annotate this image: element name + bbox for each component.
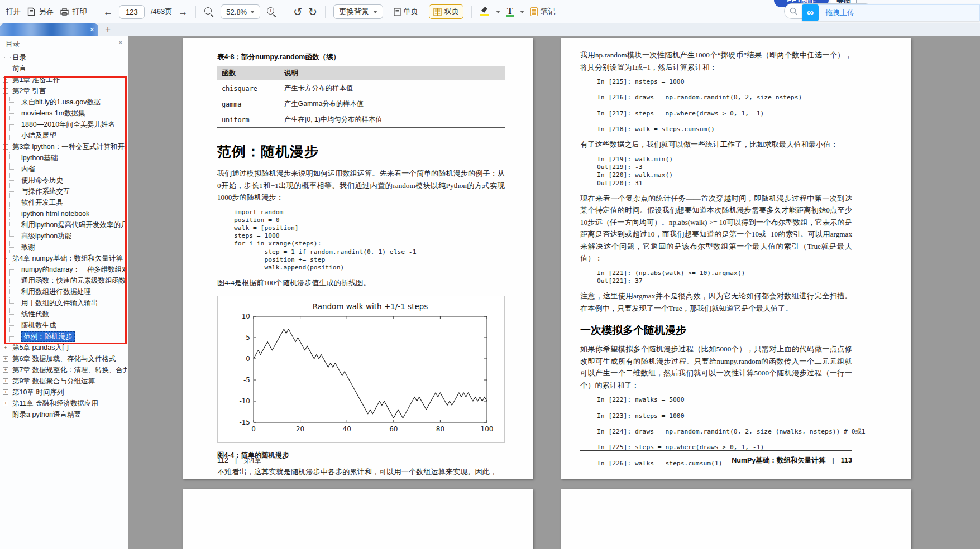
table-cell: chisquare: [217, 80, 280, 96]
new-tab-button[interactable]: ＋: [102, 23, 113, 36]
toc-item[interactable]: 内省: [0, 163, 128, 175]
footer-separator: |: [832, 456, 834, 464]
print-button[interactable]: 打印: [60, 7, 87, 17]
toc-item[interactable]: 用于数组的文件输入输出: [0, 297, 128, 309]
toc-item[interactable]: 利用数组进行数据处理: [0, 286, 128, 297]
svg-text:0: 0: [246, 355, 250, 363]
section-heading: 一次模拟多个随机漫步: [580, 323, 852, 338]
tree-collapse-icon[interactable]: −: [3, 144, 8, 150]
toc-item[interactable]: 致谢: [0, 242, 128, 253]
tree-collapse-icon[interactable]: −: [3, 256, 8, 261]
print-label: 打印: [72, 7, 87, 17]
toc-item[interactable]: +第9章 数据聚合与分组运算: [0, 375, 128, 387]
tree-expand-icon[interactable]: +: [3, 389, 8, 395]
toc-item[interactable]: +第7章 数据规整化：清理、转换、合并、重塑: [0, 364, 128, 375]
toc-item-label: movielens 1m数据集: [21, 108, 85, 119]
toc-item[interactable]: −第2章 引言: [0, 85, 128, 97]
baidu-netdisk-icon: ∞: [802, 4, 819, 21]
toc-item[interactable]: +第1章 准备工作: [0, 74, 128, 85]
svg-text:100: 100: [480, 425, 493, 433]
prev-page-button[interactable]: ←: [103, 7, 113, 17]
toc-item[interactable]: 软件开发工具: [0, 197, 128, 208]
chevron-down-icon[interactable]: [520, 11, 524, 13]
toc-item-label: 附录a python语言精要: [12, 409, 81, 420]
toc-item-label: ipython基础: [21, 152, 58, 163]
toc-item[interactable]: 高级ipython功能: [0, 230, 128, 242]
tree-expand-icon[interactable]: +: [3, 345, 8, 350]
toc-item[interactable]: 小结及展望: [0, 130, 128, 141]
toc-item-label: 第6章 数据加载、存储与文件格式: [12, 353, 116, 364]
paragraph: 注意，这里使用argmax并不是很高效，因为它无论如何都会对数组进行完全扫描。在…: [580, 290, 852, 314]
toc-item[interactable]: 前言: [0, 63, 128, 74]
toc-item[interactable]: 范例：随机漫步: [0, 331, 128, 342]
toc-item-label: 第10章 时间序列: [12, 387, 64, 398]
table-header: 说明: [280, 66, 505, 80]
netdisk-drag-upload-chip[interactable]: ∞ 拖拽上传: [802, 4, 980, 21]
toc-item-label: 第5章 pandas入门: [12, 342, 69, 353]
chevron-down-icon[interactable]: [496, 11, 500, 13]
toc-item[interactable]: +第11章 金融和经济数据应用: [0, 398, 128, 409]
tree-expand-icon[interactable]: +: [3, 356, 8, 362]
paragraph: 图4-4是根据前100个随机漫步值生成的折线图。: [217, 277, 505, 289]
zoom-in-icon[interactable]: +: [266, 7, 277, 17]
double-page-mode-button[interactable]: 双页: [429, 4, 463, 19]
notes-button[interactable]: 笔记: [530, 7, 556, 17]
toc-item[interactable]: 目录: [0, 52, 128, 63]
toc-item[interactable]: 线性代数: [0, 309, 128, 320]
save-icon: [27, 7, 36, 16]
document-tab[interactable]: ×: [0, 23, 98, 36]
toc-item[interactable]: 来自bit.ly的1.usa.gov数据: [0, 97, 128, 108]
toc-item-label: 致谢: [21, 242, 35, 253]
drag-upload-label: 拖拽上传: [819, 8, 861, 18]
tree-expand-icon[interactable]: +: [3, 367, 8, 373]
svg-text:20: 20: [295, 425, 304, 433]
document-tab-title-redacted: [0, 23, 98, 36]
toc-item[interactable]: ipython html notebook: [0, 208, 128, 219]
toc-item[interactable]: 使用命令历史: [0, 175, 128, 186]
tree-expand-icon[interactable]: +: [3, 401, 8, 406]
single-page-mode-button[interactable]: 单页: [389, 4, 423, 19]
toc-item[interactable]: 与操作系统交互: [0, 186, 128, 197]
divider: [195, 6, 196, 18]
close-icon[interactable]: ×: [118, 38, 123, 47]
book-page-next-right: [561, 489, 911, 549]
toc-item[interactable]: 随机数生成: [0, 320, 128, 331]
toc-item-label: 通用函数：快速的元素级数组函数: [21, 275, 126, 286]
zoom-level-select[interactable]: 52.8%: [221, 4, 260, 19]
toc-item-label: 第3章 ipython：一种交互式计算和开发环境: [12, 141, 127, 152]
highlighter-icon[interactable]: [480, 7, 490, 17]
table-cell: 产生Gamma分布的样本值: [280, 96, 505, 112]
tree-collapse-icon[interactable]: −: [3, 88, 8, 94]
paragraph: 现在来看一个复杂点的统计任务——首次穿越时间，即随机漫步过程中第一次到达某个特定…: [580, 192, 852, 264]
svg-text:5: 5: [246, 334, 250, 341]
toc-item[interactable]: −第3章 ipython：一种交互式计算和开发环境: [0, 141, 128, 152]
toc-item[interactable]: +第10章 时间序列: [0, 387, 128, 398]
page-number-input[interactable]: [119, 5, 145, 19]
toc-item[interactable]: numpy的ndarray：一种多维数组对象: [0, 264, 128, 275]
next-page-button[interactable]: →: [178, 7, 188, 17]
redo-button[interactable]: ↻: [308, 7, 317, 17]
tab-close-icon[interactable]: ×: [90, 24, 94, 35]
toc-item[interactable]: movielens 1m数据集: [0, 108, 128, 119]
toc-item[interactable]: +第5章 pandas入门: [0, 342, 128, 353]
zoom-out-icon[interactable]: −: [204, 7, 214, 17]
page-total-label: /463页: [151, 7, 172, 17]
toc-item[interactable]: ipython基础: [0, 152, 128, 163]
toc-item[interactable]: 通用函数：快速的元素级数组函数: [0, 275, 128, 286]
svg-text:0: 0: [251, 425, 256, 433]
toc-item[interactable]: −第4章 numpy基础：数组和矢量计算: [0, 253, 128, 264]
toc-item[interactable]: 利用ipython提高代码开发效率的几点提示: [0, 219, 128, 230]
save-as-button[interactable]: 另存: [27, 7, 54, 17]
svg-text:10: 10: [241, 312, 250, 320]
toc-item[interactable]: +第6章 数据加载、存储与文件格式: [0, 353, 128, 364]
text-underline-tool-icon[interactable]: T: [506, 7, 514, 17]
tree-expand-icon[interactable]: +: [3, 378, 8, 384]
open-button[interactable]: 打开: [6, 7, 21, 17]
tab-strip: × ＋: [0, 23, 980, 36]
open-button-label: 打开: [6, 7, 21, 17]
tree-expand-icon[interactable]: +: [3, 77, 8, 83]
undo-button[interactable]: ↺: [293, 7, 302, 17]
toc-item[interactable]: 附录a python语言精要: [0, 409, 128, 420]
change-background-button[interactable]: 更换背景: [333, 4, 383, 19]
toc-item[interactable]: 1880—2010年间全美婴儿姓名: [0, 119, 128, 130]
